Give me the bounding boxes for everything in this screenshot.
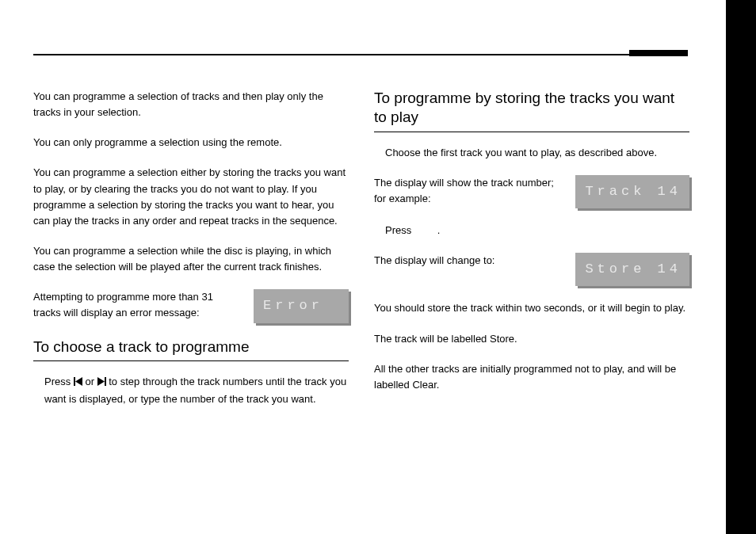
- heading-rule: [33, 360, 349, 361]
- paragraph: You should store the track within two se…: [374, 300, 689, 316]
- paragraph: You can programme a selection of tracks …: [33, 89, 349, 120]
- paragraph: The display will show the track number; …: [374, 175, 564, 207]
- heading-rule: [374, 132, 689, 132]
- header-tab: [629, 50, 688, 56]
- text-fragment: or: [82, 376, 97, 387]
- lcd-display-error: Error: [254, 289, 349, 322]
- paragraph: All the other tracks are initially progr…: [374, 361, 689, 393]
- paragraph: Attempting to programme more than 31 tra…: [33, 289, 242, 321]
- svg-rect-0: [74, 377, 75, 386]
- prev-track-icon: [74, 375, 82, 391]
- next-track-icon: [97, 375, 106, 391]
- paragraph: You can programme a selection either by …: [33, 165, 349, 229]
- text-fragment: .: [437, 224, 441, 236]
- lcd-display-store: Store 14: [575, 253, 689, 286]
- lcd-display-track: Track 14: [575, 175, 689, 208]
- right-column: To programme by storing the tracks you w…: [374, 89, 689, 407]
- error-row: Attempting to programme more than 31 tra…: [33, 289, 349, 322]
- svg-marker-1: [75, 377, 82, 386]
- right-black-margin: [726, 0, 756, 534]
- section-heading: To programme by storing the tracks you w…: [374, 89, 689, 127]
- paragraph: The track will be labelled Store.: [374, 331, 689, 347]
- blank-button-ref: [414, 224, 437, 236]
- section-heading: To choose a track to programme: [33, 338, 349, 357]
- paragraph: Choose the first track you want to play,…: [374, 145, 689, 161]
- svg-marker-2: [97, 377, 105, 386]
- paragraph: Press .: [374, 223, 689, 238]
- manual-page: You can programme a selection of tracks …: [0, 0, 756, 534]
- text-fragment: Press: [385, 224, 414, 236]
- paragraph: You can only programme a selection using…: [33, 135, 349, 151]
- paragraph: The display will change to:: [374, 253, 564, 269]
- left-column: You can programme a selection of tracks …: [33, 89, 349, 421]
- header-rule: [33, 54, 688, 55]
- paragraph: Press or to step through the track numbe…: [33, 374, 349, 406]
- text-fragment: Press: [44, 376, 74, 387]
- paragraph: You can programme a selection while the …: [33, 243, 349, 275]
- store-row: The display will change to: Store 14: [374, 253, 689, 286]
- track-row: The display will show the track number; …: [374, 175, 689, 208]
